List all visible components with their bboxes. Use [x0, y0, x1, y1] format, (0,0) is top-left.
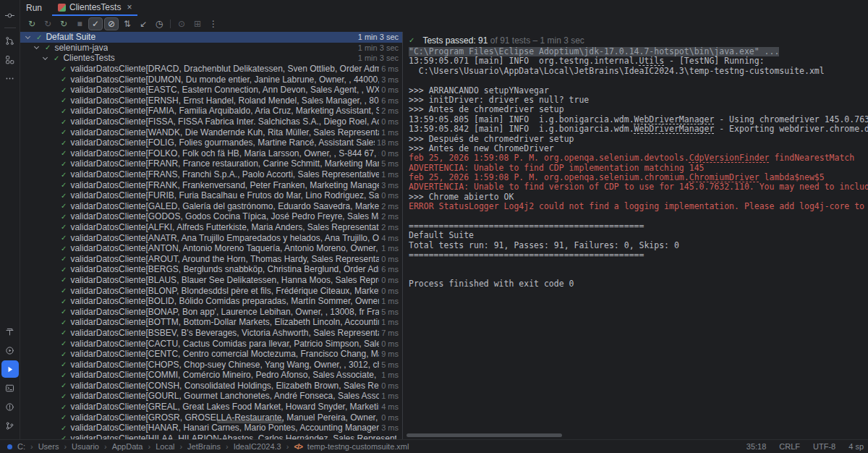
tree-row-test[interactable]: ✓validarDatosCliente[BLAUS, Blauer See D… — [20, 275, 402, 286]
tree-row-test[interactable]: ✓validarDatosCliente[FRANR, France resta… — [20, 158, 402, 169]
rerun-button[interactable]: ↻ — [25, 17, 39, 30]
console-line — [403, 212, 868, 221]
problems-tool-icon[interactable] — [1, 398, 19, 415]
tree-row-test[interactable]: ✓validarDatosCliente[FOLKO, Folk och fä … — [20, 148, 402, 159]
stop-button[interactable]: ■ — [72, 17, 87, 30]
tree-row-test[interactable]: ✓validarDatosCliente[CONSH, Consolidated… — [20, 381, 402, 391]
breadcrumb-item[interactable]: JetBrains — [187, 442, 221, 451]
tree-row-test[interactable]: ✓validarDatosCliente[DUMON, Du monde ent… — [20, 74, 402, 85]
breadcrumb-item[interactable]: Users — [38, 442, 59, 451]
line-separator[interactable]: CRLF — [779, 442, 800, 451]
indent-style[interactable]: 4 sp — [848, 442, 864, 451]
tree-row-test[interactable]: ✓validarDatosCliente[ANTON, Antonio More… — [20, 243, 402, 254]
tree-row-duration: 18 ms — [375, 138, 399, 147]
tree-row-test[interactable]: ✓validarDatosCliente[GODOS, Godos Cocina… — [20, 211, 402, 222]
build-tool-icon[interactable] — [1, 323, 19, 340]
tree-row-test[interactable]: ✓validarDatosCliente[BONAP, Bon app', La… — [20, 306, 402, 317]
chevron-down-icon[interactable] — [25, 34, 30, 39]
chevron-down-icon[interactable] — [43, 55, 48, 60]
tree-row-test[interactable]: ✓validarDatosCliente[FRANS, Franchi S.p.… — [20, 169, 402, 180]
breadcrumb-item-drive[interactable]: C: — [17, 442, 25, 451]
console-link[interactable]: WebDriverManager — [634, 124, 715, 134]
tree-row-duration: 4 ms — [379, 234, 399, 242]
navigate-with-single-click-button[interactable]: ↙ — [136, 17, 150, 30]
more-tool-windows-tool-icon[interactable] — [1, 69, 19, 87]
breadcrumb-separator: › — [104, 442, 107, 451]
file-encoding[interactable]: UTF-8 — [813, 442, 835, 451]
breadcrumb-item[interactable]: Usuario — [72, 442, 99, 451]
tree-row-test[interactable]: ✓validarDatosCliente[EASTC, Eastern Conn… — [20, 85, 402, 96]
tree-row-duration: 2 ms — [379, 202, 399, 211]
test-history-button[interactable]: ◷ — [152, 17, 166, 30]
tree-row-test-partial[interactable]: ✓validarDatosCliente[HILAA, HILARION-Aba… — [20, 433, 402, 439]
terminal-tool-icon[interactable] — [1, 379, 19, 397]
tree-row-package[interactable]: ✓selenium-java1 min 3 sec — [20, 43, 402, 54]
test-passed-icon: ✓ — [61, 424, 67, 432]
tree-row-test[interactable]: ✓validarDatosCliente[GROSR, GROSELLA-Res… — [20, 412, 402, 423]
console-line: ADVERTENCIA: Unable to find version of C… — [403, 182, 868, 192]
tree-row-test[interactable]: ✓validarDatosCliente[AROUT, Around the H… — [20, 253, 402, 264]
tree-row-test[interactable]: ✓validarDatosCliente[DRACD, Drachenblut … — [20, 64, 402, 75]
console-link[interactable]: ChromiumDriver — [689, 173, 760, 182]
console-link[interactable]: WebDriverManager — [634, 115, 715, 124]
tree-row-duration: 0 ms — [379, 276, 399, 284]
tree-row-test[interactable]: ✓validarDatosCliente[BOLID, Bólido Comid… — [20, 296, 402, 307]
console-link[interactable]: Utils — [639, 56, 665, 66]
pull-requests-tool-icon[interactable] — [1, 32, 19, 49]
breadcrumb-item[interactable]: Local — [156, 442, 174, 451]
breadcrumb-item[interactable]: IdeaIC2024.3 — [234, 442, 281, 451]
tree-row-test[interactable]: ✓validarDatosCliente[ANATR, Ana Trujillo… — [20, 232, 402, 243]
tree-row-test[interactable]: ✓validarDatosCliente[WANDK, Die Wandernd… — [20, 127, 402, 137]
tree-row-test[interactable]: ✓validarDatosCliente[CHOPS, Chop-suey Ch… — [20, 359, 402, 370]
tree-row-suite[interactable]: ✓Default Suite1 min 3 sec — [20, 32, 402, 43]
sort-by-duration-button[interactable]: ⇅ — [120, 17, 135, 30]
show-passed-button[interactable]: ✓ — [88, 17, 103, 30]
tree-row-test[interactable]: ✓validarDatosCliente[BLONP, Blondesddsl … — [20, 285, 402, 296]
version-control-tool-icon[interactable] — [1, 417, 19, 434]
tree-row-test[interactable]: ✓validarDatosCliente[FOLIG, Folies gourm… — [20, 137, 402, 148]
import-tests-button[interactable]: ⊞ — [190, 17, 205, 30]
tree-row-test[interactable]: ✓validarDatosCliente[BERGS, Berglunds sn… — [20, 264, 402, 275]
tree-row-label: validarDatosCliente[BONAP, Bon app', Lau… — [70, 307, 379, 317]
tree-row-test[interactable]: ✓validarDatosCliente[FURIB, Furia Bacalh… — [20, 190, 402, 201]
caret-position[interactable]: 35:18 — [746, 442, 767, 451]
structure-tool-icon[interactable] — [1, 51, 19, 68]
tree-row-test[interactable]: ✓validarDatosCliente[FISSA, FISSA Fabric… — [20, 117, 402, 127]
tree-row-test[interactable]: ✓validarDatosCliente[BSBEV, B's Beverage… — [20, 328, 402, 339]
console-horizontal-scrollbar[interactable] — [407, 433, 562, 437]
tree-row-test[interactable]: ✓validarDatosCliente[HANAR, Hanari Carne… — [20, 423, 402, 433]
breadcrumb-item[interactable]: AppData — [112, 442, 143, 451]
tree-row-class[interactable]: ✓ClientesTests1 min 3 sec — [20, 53, 402, 64]
show-ignored-button[interactable]: ⊘ — [104, 17, 119, 30]
services-tool-icon[interactable] — [1, 342, 19, 359]
screenshot-button[interactable]: ⊙ — [174, 17, 189, 30]
tree-row-test[interactable]: ✓validarDatosCliente[FAMIA, Familia Arqu… — [20, 106, 402, 117]
tree-row-test[interactable]: ✓validarDatosCliente[CACTU, Cactus Comid… — [20, 338, 402, 349]
rerun-auto-button[interactable]: ↻ — [56, 17, 71, 30]
test-run-icon — [58, 4, 66, 12]
tree-row-test[interactable]: ✓validarDatosCliente[CENTC, Centro comer… — [20, 349, 402, 360]
tree-row-test[interactable]: ✓validarDatosCliente[GREAL, Great Lakes … — [20, 402, 402, 412]
commit-tool-icon[interactable] — [1, 7, 19, 24]
tree-row-test[interactable]: ✓validarDatosCliente[COMMI, Comércio Min… — [20, 370, 402, 381]
test-passed-icon: ✓ — [61, 318, 67, 326]
rerun-failed-button[interactable]: ↻ — [41, 17, 55, 30]
tree-row-test[interactable]: ✓validarDatosCliente[GALED, Galería del … — [20, 201, 402, 212]
tree-row-test[interactable]: ✓validarDatosCliente[BOTTM, Bottom-Dolla… — [20, 317, 402, 328]
chevron-down-icon[interactable] — [34, 44, 39, 49]
tab-close-icon[interactable]: × — [127, 2, 132, 12]
tab-clientestests[interactable]: ClientesTests × — [52, 0, 137, 16]
console-link[interactable]: CdpVersionFinder — [689, 153, 770, 163]
more-options-button[interactable]: ⋮ — [206, 17, 221, 30]
tree-row-label: validarDatosCliente[FRANR, France restau… — [70, 158, 379, 169]
tree-row-test[interactable]: ✓validarDatosCliente[ERNSH, Ernst Handel… — [20, 96, 402, 106]
breadcrumb-item-file[interactable]: temp-testng-customsuite.xml — [307, 442, 409, 451]
tree-horizontal-scrollbar[interactable] — [217, 420, 284, 423]
tree-row-test[interactable]: ✓validarDatosCliente[GOURL, Gourmet Lanc… — [20, 391, 402, 402]
tree-row-label: validarDatosCliente[DRACD, Drachenblut D… — [70, 64, 379, 74]
tree-row-test[interactable]: ✓validarDatosCliente[FRANK, Frankenversa… — [20, 179, 402, 190]
tree-row-test[interactable]: ✓validarDatosCliente[ALFKI, Alfreds Futt… — [20, 222, 402, 233]
run-tool-icon[interactable] — [1, 360, 19, 378]
console-line — [403, 261, 868, 270]
tree-row-label: validarDatosCliente[BLAUS, Blauer See De… — [70, 275, 379, 285]
